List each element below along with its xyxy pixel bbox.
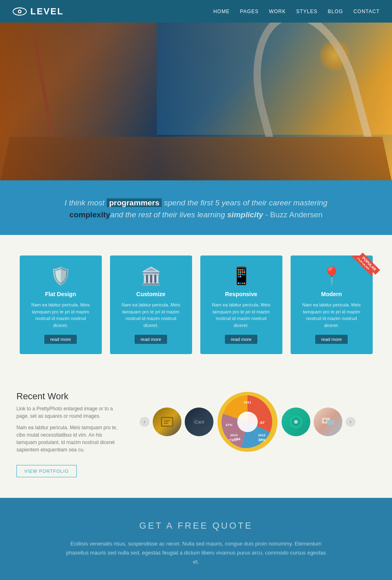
nav-pages[interactable]: PAGES xyxy=(240,9,259,14)
nav-work[interactable]: WORK xyxy=(269,9,286,14)
svg-text:67%: 67% xyxy=(226,423,232,427)
header: LEVEL HOME PAGES WORK STYLES BLOG CONTAC… xyxy=(0,0,392,23)
responsive-icon: 📱 xyxy=(209,266,274,286)
flat-design-icon: 🛡️ xyxy=(28,266,94,286)
feature-link-0[interactable]: read more xyxy=(44,335,76,344)
customize-icon: 🏛️ xyxy=(118,266,184,286)
logo[interactable]: LEVEL xyxy=(12,6,64,17)
quote-before: I think most xyxy=(64,198,106,207)
hero-bottom-bar xyxy=(0,180,392,183)
logo-text: LEVEL xyxy=(30,6,64,17)
svg-text:2013: 2013 xyxy=(230,433,238,437)
quote-after: and the rest of their lives learning xyxy=(110,210,227,219)
svg-text:iCard: iCard xyxy=(194,420,204,424)
svg-text:-57: -57 xyxy=(259,421,264,425)
feature-desc-2: Nam ea labitur pericula. Meis tamquam pr… xyxy=(209,302,274,329)
portfolio-thumb-3[interactable] xyxy=(282,407,310,436)
svg-rect-5 xyxy=(164,420,170,421)
svg-text:+107: +107 xyxy=(229,438,237,442)
nav-contact[interactable]: CONTACT xyxy=(353,9,380,14)
svg-point-11 xyxy=(237,412,258,432)
nav-home[interactable]: HOME xyxy=(213,9,230,14)
cta-section: GET A FREE QUOTE Eciilisis venenatis ris… xyxy=(0,498,392,580)
portfolio-thumb-4[interactable] xyxy=(314,407,342,436)
svg-text:38%: 38% xyxy=(258,438,266,442)
quote-text: I think most programmers spend the first… xyxy=(33,197,359,221)
portfolio-thumb-2[interactable]: iCard xyxy=(185,407,213,436)
main-nav: HOME PAGES WORK STYLES BLOG CONTACT xyxy=(213,9,380,14)
feature-link-2[interactable]: read more xyxy=(225,335,257,344)
feature-desc-3: Nam ea labitur pericula. Meis tamquam pr… xyxy=(299,302,364,329)
recent-work-text: Recent Work Link to a PrettyPhoto enlarg… xyxy=(16,391,123,477)
recent-work-subtitle: Link to a PrettyPhoto enlarged image or … xyxy=(16,405,123,420)
hero-overlay xyxy=(0,23,392,183)
cta-title: GET A FREE QUOTE xyxy=(33,520,359,531)
svg-point-25 xyxy=(324,419,326,422)
feature-card-responsive: 📱 Responsive Nam ea labitur pericula. Me… xyxy=(200,255,282,354)
nav-styles[interactable]: STYLES xyxy=(296,9,318,14)
popular-ribbon xyxy=(348,255,373,280)
quote-bold-word: complexity xyxy=(69,210,110,219)
portfolio-thumb-1[interactable] xyxy=(153,407,181,436)
feature-link-3[interactable]: read more xyxy=(315,335,347,344)
svg-point-22 xyxy=(294,420,298,424)
portfolio-thumb-1-img xyxy=(159,414,175,430)
svg-text:2012: 2012 xyxy=(258,433,266,437)
recent-work-section: Recent Work Link to a PrettyPhoto enlarg… xyxy=(0,375,392,498)
feature-title-2: Responsive xyxy=(209,291,274,297)
feature-card-modern: 📍 Modern Nam ea labitur pericula. Meis t… xyxy=(291,255,373,354)
svg-rect-6 xyxy=(164,421,169,422)
feature-card-flat-design: 🛡️ Flat Design Nam ea labitur pericula. … xyxy=(20,255,102,354)
hero-section xyxy=(0,23,392,183)
carousel-items: iCard 2011 -57 2012 xyxy=(153,391,342,453)
quote-section: I think most programmers spend the first… xyxy=(0,183,392,235)
portfolio-chart-svg: 2011 -57 2012 38% +94 67% 2013 +107 xyxy=(217,391,278,453)
recent-work-desc: Nam ea labitur pericula. Meis tamquam pr… xyxy=(16,424,123,453)
portfolio-chart-main[interactable]: 2011 -57 2012 38% +94 67% 2013 +107 xyxy=(217,391,278,453)
quote-middle: spend the first 5 years of their career … xyxy=(162,198,327,207)
svg-text:2011: 2011 xyxy=(244,400,251,404)
portfolio-thumb-4-img xyxy=(320,414,336,430)
feature-desc-1: Nam ea labitur pericula. Meis tamquam pr… xyxy=(118,302,184,329)
nav-blog[interactable]: BLOG xyxy=(328,9,343,14)
quote-simplicity: simplicity xyxy=(227,210,264,219)
quote-author: - Buzz Andersen xyxy=(263,210,323,219)
portfolio-thumb-3-img xyxy=(288,414,304,430)
recent-work-title: Recent Work xyxy=(16,391,123,402)
feature-desc-0: Nam ea labitur pericula. Meis tamquam pr… xyxy=(28,302,94,329)
view-portfolio-button[interactable]: VIEW PORTFOLIO xyxy=(16,465,77,477)
portfolio-carousel: ‹ iCard xyxy=(140,391,376,453)
quote-highlight: programmers xyxy=(107,198,162,207)
carousel-prev-arrow[interactable]: ‹ xyxy=(140,417,149,427)
feature-title-1: Customize xyxy=(118,291,184,297)
feature-title-0: Flat Design xyxy=(28,291,94,297)
feature-title-3: Modern xyxy=(299,291,364,297)
svg-rect-7 xyxy=(164,423,168,424)
svg-rect-24 xyxy=(327,420,334,425)
portfolio-thumb-2-img: iCard xyxy=(191,414,207,430)
feature-link-1[interactable]: read more xyxy=(135,335,167,344)
cta-text: Eciilisis venenatis risus, suspendisse a… xyxy=(65,539,328,566)
svg-point-2 xyxy=(19,10,21,12)
feature-card-customize: 🏛️ Customize Nam ea labitur pericula. Me… xyxy=(110,255,192,354)
carousel-next-arrow[interactable]: › xyxy=(346,417,355,427)
logo-icon xyxy=(12,7,27,16)
features-section: 🛡️ Flat Design Nam ea labitur pericula. … xyxy=(0,235,392,375)
